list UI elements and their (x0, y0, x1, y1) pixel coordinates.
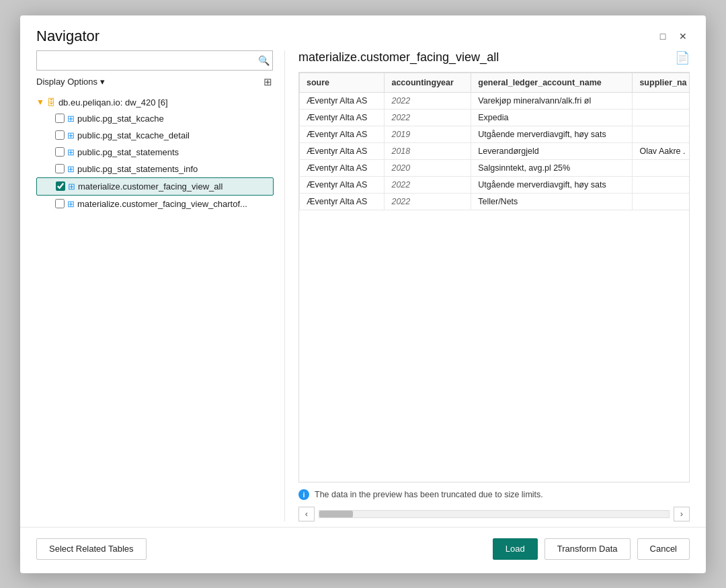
checkbox-1[interactable] (55, 130, 65, 140)
cell-4-soure: Æventyr Alta AS (300, 159, 385, 176)
cell-5-accountingyear: 2022 (385, 176, 471, 193)
table-row: Æventyr Alta AS2022Expedia (300, 109, 690, 126)
cell-0-general_ledger_account_name: Varekjøp mineralvann/alk.fri øl (471, 92, 633, 109)
table-row: Æventyr Alta AS2020Salgsinntekt, avg.pl … (300, 159, 690, 176)
cell-3-soure: Æventyr Alta AS (300, 142, 385, 159)
data-table: soure accountingyear general_ledger_acco… (299, 73, 690, 210)
cell-2-general_ledger_account_name: Utgående merverdiavgift, høy sats (471, 126, 633, 142)
table-row: Æventyr Alta AS2022Varekjøp mineralvann/… (300, 92, 690, 109)
cell-2-soure: Æventyr Alta AS (300, 126, 385, 142)
close-button[interactable]: ✕ (676, 30, 690, 43)
load-button[interactable]: Load (493, 538, 538, 560)
preview-title: materialize.customer_facing_view_all (298, 50, 499, 65)
table-icon-5: ⊞ (67, 199, 75, 209)
tree-item-label-1: public.pg_stat_kcache_detail (77, 130, 190, 140)
cell-3-general_ledger_account_name: Leverandørgjeld (471, 142, 633, 159)
tree-item-1[interactable]: ⊞ public.pg_stat_kcache_detail (36, 127, 274, 144)
col-header-soure: soure (300, 73, 385, 92)
cell-2-accountingyear: 2019 (385, 126, 471, 142)
tree-item-0[interactable]: ⊞ public.pg_stat_kcache (36, 110, 274, 127)
left-panel: 🔍 Display Options ▾ ⊞ ▼ 🗄 db.eu.peliqan.… (36, 50, 285, 521)
display-options-label: Display Options (36, 77, 97, 87)
checkbox-3[interactable] (55, 164, 65, 173)
cell-5-general_ledger_account_name: Utgående merverdiavgift, høy sats (471, 176, 633, 193)
cell-1-accountingyear: 2022 (385, 109, 471, 126)
scroll-left-button[interactable]: ‹ (298, 507, 315, 521)
truncated-text: The data in the preview has been truncat… (315, 490, 543, 499)
search-button[interactable]: 🔍 (254, 55, 274, 66)
horizontal-scrollbar: ‹ › (298, 507, 690, 521)
footer-right: Load Transform Data Cancel (493, 538, 690, 560)
dialog-body: 🔍 Display Options ▾ ⊞ ▼ 🗄 db.eu.peliqan.… (20, 50, 706, 521)
col-header-supplier: supplier_na (633, 73, 690, 92)
table-icon-4: ⊞ (68, 181, 75, 192)
cell-4-general_ledger_account_name: Salgsinntekt, avg.pl 25% (471, 159, 633, 176)
tree-item-label-5: materialize.customer_facing_view_chartof… (77, 199, 247, 209)
view-icon: ⊞ (261, 76, 274, 88)
scroll-right-button[interactable]: › (674, 507, 690, 521)
checkbox-5[interactable] (55, 199, 65, 208)
tree-item-label-3: public.pg_stat_statements_info (77, 164, 198, 174)
table-icon-1: ⊞ (67, 130, 75, 140)
table-icon-3: ⊞ (67, 164, 75, 174)
navigator-dialog: Navigator □ ✕ 🔍 Display Options ▾ ⊞ (20, 15, 706, 573)
truncated-message: i The data in the preview has been trunc… (298, 489, 690, 500)
table-icon-2: ⊞ (67, 147, 75, 157)
preview-header: materialize.customer_facing_view_all 📄 (298, 50, 690, 72)
tree-item-3[interactable]: ⊞ public.pg_stat_statements_info (36, 161, 274, 177)
cell-6-general_ledger_account_name: Teller/Nets (471, 193, 633, 210)
title-bar: Navigator □ ✕ (20, 15, 706, 50)
window-controls: □ ✕ (656, 30, 690, 43)
preview-file-icon: 📄 (675, 50, 690, 65)
transform-data-button[interactable]: Transform Data (544, 538, 631, 560)
cell-6-supplier_na (633, 193, 690, 210)
cell-4-accountingyear: 2020 (385, 159, 471, 176)
cell-3-supplier_na: Olav Aakre . (633, 142, 690, 159)
tree-root-label: db.eu.peliqan.io: dw_420 [6] (58, 97, 168, 108)
search-icon: 🔍 (258, 55, 270, 66)
cell-5-soure: Æventyr Alta AS (300, 176, 385, 193)
cell-6-soure: Æventyr Alta AS (300, 193, 385, 210)
tree-view: ▼ 🗄 db.eu.peliqan.io: dw_420 [6] ⊞ publi… (36, 95, 274, 521)
search-row: 🔍 (36, 50, 274, 71)
tree-item-4[interactable]: ⊞ materialize.customer_facing_view_all (36, 177, 274, 196)
tree-item-label-0: public.pg_stat_kcache (77, 114, 164, 124)
checkbox-2[interactable] (55, 147, 65, 157)
tree-item-5[interactable]: ⊞ materialize.customer_facing_view_chart… (36, 196, 274, 212)
cell-1-soure: Æventyr Alta AS (300, 109, 385, 126)
table-icon-0: ⊞ (67, 114, 75, 124)
cell-6-accountingyear: 2022 (385, 193, 471, 210)
table-row: Æventyr Alta AS2019Utgående merverdiavgi… (300, 126, 690, 142)
cancel-button[interactable]: Cancel (637, 538, 690, 560)
tree-item-label-4: materialize.customer_facing_view_all (78, 181, 223, 192)
table-row: Æventyr Alta AS2022Teller/Nets (300, 193, 690, 210)
table-row: Æventyr Alta AS2018LeverandørgjeldOlav A… (300, 142, 690, 159)
maximize-button[interactable]: □ (656, 30, 670, 43)
cell-4-supplier_na (633, 159, 690, 176)
cell-3-accountingyear: 2018 (385, 142, 471, 159)
data-table-wrapper[interactable]: soure accountingyear general_ledger_acco… (298, 72, 690, 482)
cell-0-soure: Æventyr Alta AS (300, 92, 385, 109)
tree-item-2[interactable]: ⊞ public.pg_stat_statements (36, 144, 274, 161)
tree-item-label-2: public.pg_stat_statements (77, 147, 179, 157)
tree-root[interactable]: ▼ 🗄 db.eu.peliqan.io: dw_420 [6] (36, 95, 274, 110)
display-options-row: Display Options ▾ ⊞ (36, 76, 274, 88)
cell-1-supplier_na (633, 109, 690, 126)
scroll-thumb[interactable] (319, 511, 353, 517)
cell-0-accountingyear: 2022 (385, 92, 471, 109)
checkbox-4[interactable] (56, 181, 65, 191)
col-header-general: general_ledger_account_name (471, 73, 633, 92)
cell-2-supplier_na (633, 126, 690, 142)
right-panel: materialize.customer_facing_view_all 📄 s… (285, 50, 690, 521)
info-icon: i (298, 489, 309, 500)
scroll-track[interactable] (319, 510, 670, 518)
dialog-footer: Select Related Tables Load Transform Dat… (20, 527, 706, 573)
select-related-tables-button[interactable]: Select Related Tables (36, 538, 147, 560)
col-header-accountingyear: accountingyear (385, 73, 471, 92)
checkbox-0[interactable] (55, 114, 65, 123)
search-input[interactable] (36, 50, 273, 71)
table-row: Æventyr Alta AS2022Utgående merverdiavgi… (300, 176, 690, 193)
dialog-title: Navigator (36, 28, 99, 45)
display-options-button[interactable]: Display Options ▾ (36, 77, 105, 87)
cell-1-general_ledger_account_name: Expedia (471, 109, 633, 126)
